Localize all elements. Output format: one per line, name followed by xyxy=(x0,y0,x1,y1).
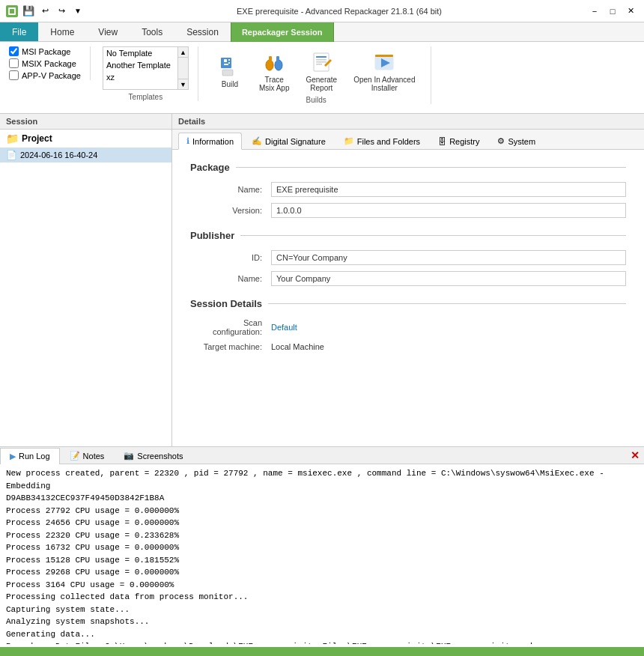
quick-save-btn[interactable]: 💾 xyxy=(21,4,36,19)
app-icon xyxy=(6,5,18,17)
open-ai-button[interactable]: Open In AdvancedInstaller xyxy=(347,46,422,96)
run-log-tab-icon: ▶ xyxy=(10,452,16,461)
progress-bar-fill xyxy=(0,647,644,656)
trace-msix-icon xyxy=(262,50,286,74)
tab-system[interactable]: ⚙ System xyxy=(489,133,544,149)
tab-file[interactable]: File xyxy=(0,22,38,41)
title-bar: 💾 ↩ ↪ ▼ EXE prerequisite - Advanced Repa… xyxy=(0,0,644,22)
svg-rect-1 xyxy=(10,9,14,13)
generate-report-button[interactable]: GenerateReport xyxy=(299,46,344,96)
session-entry[interactable]: 📄 2024-06-16 16-40-24 xyxy=(0,148,171,163)
project-folder[interactable]: 📁 Project xyxy=(0,130,171,148)
package-name-input[interactable] xyxy=(271,182,626,197)
details-tabs: ℹ Information ✍ Digital Signature 📁 File… xyxy=(172,130,644,150)
bottom-area: ▶ Run Log 📝 Notes 📷 Screenshots ✕ New pr… xyxy=(0,446,644,656)
template-item-another[interactable]: Another Template xyxy=(103,59,188,71)
template-item-xz[interactable]: xz xyxy=(103,71,188,83)
svg-rect-7 xyxy=(224,64,228,65)
log-line: Process 22320 CPU usage = 0.233628% xyxy=(6,529,638,542)
minimize-btn[interactable]: − xyxy=(587,4,602,19)
builds-label: Builds xyxy=(306,96,326,104)
log-line: RepackagerDataFile: C:\Users\caphyon\Dow… xyxy=(6,640,638,644)
details-header: Details xyxy=(172,114,644,130)
publisher-name-row: Name: xyxy=(190,271,626,286)
trace-msix-button[interactable]: TraceMsix App xyxy=(252,46,297,96)
quick-undo-btn[interactable]: ↩ xyxy=(37,4,52,19)
quick-menu-btn[interactable]: ▼ xyxy=(70,4,85,19)
screenshots-tab-icon: 📷 xyxy=(124,451,134,461)
tab-session[interactable]: Session xyxy=(174,22,231,41)
publisher-id-input[interactable] xyxy=(271,250,626,265)
scroll-down-btn[interactable]: ▼ xyxy=(178,79,188,89)
publisher-section-header: Publisher xyxy=(190,230,626,241)
log-line: Process 24656 CPU usage = 0.000000% xyxy=(6,517,638,529)
details-area: Details ℹ Information ✍ Digital Signatur… xyxy=(172,114,644,446)
svg-rect-19 xyxy=(375,55,393,57)
publisher-name-input[interactable] xyxy=(271,271,626,286)
generate-report-label: GenerateReport xyxy=(306,76,337,92)
msi-checkbox-label[interactable]: MSI Package xyxy=(9,46,81,56)
scroll-up-btn[interactable]: ▲ xyxy=(178,47,188,58)
tab-tools[interactable]: Tools xyxy=(130,22,174,41)
bottom-tabs: ▶ Run Log 📝 Notes 📷 Screenshots ✕ xyxy=(0,447,644,464)
window-title: EXE prerequisite - Advanced Repackager 2… xyxy=(91,7,587,16)
tab-home[interactable]: Home xyxy=(38,22,86,41)
package-version-input[interactable] xyxy=(271,203,626,218)
tab-files-folders[interactable]: 📁 Files and Folders xyxy=(335,133,428,149)
quick-redo-btn[interactable]: ↪ xyxy=(54,4,69,19)
msix-checkbox[interactable] xyxy=(9,58,19,68)
files-tab-icon: 📁 xyxy=(344,136,354,146)
package-section-header: Package xyxy=(190,162,626,173)
details-content: Package Name: Version: Publisher ID: Nam… xyxy=(172,150,644,446)
tab-digital-signature[interactable]: ✍ Digital Signature xyxy=(243,133,334,149)
tab-information[interactable]: ℹ Information xyxy=(178,133,242,150)
tab-registry[interactable]: 🗄 Registry xyxy=(430,133,487,149)
title-bar-icons: 💾 ↩ ↪ ▼ xyxy=(6,4,85,19)
open-ai-label: Open In AdvancedInstaller xyxy=(353,76,415,92)
tab-repackager[interactable]: Repackager Session xyxy=(231,22,334,42)
log-line: Process 29268 CPU usage = 0.000000% xyxy=(6,566,638,579)
appv-checkbox[interactable] xyxy=(9,70,19,80)
package-type-section: MSI Package MSIX Package APP-V Package xyxy=(9,46,91,80)
package-checkboxes: MSI Package MSIX Package APP-V Package xyxy=(9,46,81,80)
tab-screenshots[interactable]: 📷 Screenshots xyxy=(114,447,192,464)
registry-tab-icon: 🗄 xyxy=(438,137,446,146)
publisher-id-row: ID: xyxy=(190,250,626,265)
target-machine-label: Target machine: xyxy=(196,342,271,351)
scan-config-value[interactable]: Default xyxy=(271,323,297,332)
target-machine-row: Target machine: Local Machine xyxy=(190,342,626,351)
log-line: Process 16732 CPU usage = 0.000000% xyxy=(6,541,638,554)
template-item-no[interactable]: No Template xyxy=(103,47,188,59)
maximize-btn[interactable]: □ xyxy=(605,4,620,19)
package-version-row: Version: xyxy=(190,203,626,218)
ribbon-body: MSI Package MSIX Package APP-V Package N… xyxy=(0,42,644,114)
svg-rect-11 xyxy=(276,56,279,64)
msi-checkbox[interactable] xyxy=(9,46,19,56)
svg-rect-15 xyxy=(316,61,326,63)
build-icon xyxy=(218,55,242,79)
templates-list-container[interactable]: No Template Another Template xz ▲ ▼ xyxy=(103,46,189,90)
templates-label: Templates xyxy=(129,93,163,101)
appv-checkbox-label[interactable]: APP-V Package xyxy=(9,70,81,80)
log-line: Processing collected data from process m… xyxy=(6,591,638,604)
main-content: Session 📁 Project 📄 2024-06-16 16-40-24 … xyxy=(0,114,644,446)
svg-rect-3 xyxy=(222,70,233,76)
close-log-btn[interactable]: ✕ xyxy=(626,448,644,463)
session-entry-label: 2024-06-16 16-40-24 xyxy=(20,151,97,160)
tab-notes[interactable]: 📝 Notes xyxy=(60,447,115,464)
project-label: Project xyxy=(22,133,52,144)
log-line: Process 3164 CPU usage = 0.000000% xyxy=(6,579,638,592)
notes-tab-icon: 📝 xyxy=(70,451,80,461)
log-line: New process created, parent = 22320 , pi… xyxy=(6,467,638,492)
log-line: Capturing system state... xyxy=(6,604,638,616)
build-button[interactable]: Build xyxy=(210,46,249,96)
ribbon-tabs: File Home View Tools Session Repackager … xyxy=(0,22,644,42)
svg-rect-16 xyxy=(316,64,322,65)
tab-run-log[interactable]: ▶ Run Log xyxy=(0,448,60,464)
tab-view[interactable]: View xyxy=(86,22,130,41)
close-btn[interactable]: ✕ xyxy=(623,4,638,19)
msix-checkbox-label[interactable]: MSIX Package xyxy=(9,58,81,68)
scan-config-label: Scan configuration: xyxy=(196,318,271,336)
svg-rect-10 xyxy=(269,56,272,64)
package-name-label: Name: xyxy=(196,185,271,194)
